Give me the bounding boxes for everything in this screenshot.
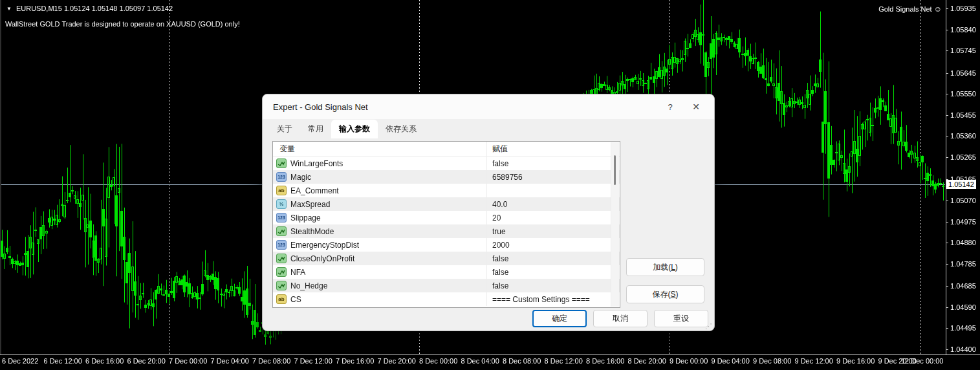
- time-label: 9 Dec 00:00: [670, 357, 708, 365]
- param-type-bool-icon: [276, 281, 287, 290]
- ea-comment-line: WallStreet GOLD Trader is designed to op…: [5, 20, 240, 28]
- price-label: 1.04685: [950, 282, 976, 290]
- param-type-bool-icon: [276, 267, 287, 277]
- param-name-cell: abCS: [273, 292, 486, 306]
- price-label: 1.04880: [950, 239, 976, 246]
- price-label: 1.05550: [950, 90, 976, 98]
- help-button[interactable]: ?: [657, 98, 683, 116]
- price-label: 1.05745: [950, 47, 976, 54]
- price-label: 1.05645: [950, 69, 976, 77]
- chevron-down-icon: ▼: [6, 6, 12, 12]
- load-button[interactable]: 加载(L): [626, 258, 704, 276]
- tab-about[interactable]: 关于: [269, 120, 300, 138]
- ok-button[interactable]: 确定: [532, 310, 587, 327]
- table-row[interactable]: 123Magic6589756: [273, 170, 620, 184]
- param-value[interactable]: 40.0: [486, 197, 620, 211]
- symbol-ohlc-line: ▼EURUSD,M15 1.05124 1.05148 1.05097 1.05…: [6, 5, 173, 12]
- param-value[interactable]: 2000: [486, 238, 620, 252]
- table-row[interactable]: No_Hedgefalse: [273, 279, 620, 292]
- param-name-cell: WinLargeFonts: [273, 157, 486, 170]
- param-value[interactable]: true: [486, 224, 620, 238]
- param-value[interactable]: false: [486, 265, 620, 279]
- param-type-str-icon: ab: [276, 186, 287, 195]
- param-name: StealthMode: [290, 227, 334, 236]
- time-label: 8 Dec 00:00: [419, 357, 457, 365]
- column-header-variable: 变量: [273, 142, 486, 156]
- price-label: 1.04400: [950, 345, 976, 353]
- time-label: 12 Dec 00:00: [901, 357, 943, 365]
- param-name-cell: 123Slippage: [273, 211, 486, 224]
- param-name: WinLargeFonts: [290, 159, 343, 168]
- param-name: EmergencyStopDist: [290, 241, 359, 250]
- param-value[interactable]: 6589756: [486, 170, 620, 184]
- table-row[interactable]: ½MaxSpread40.0: [273, 197, 620, 211]
- table-header-row: 变量 赋值: [273, 142, 620, 157]
- resize-grip[interactable]: ⋰: [705, 323, 712, 330]
- time-label: 7 Dec 16:00: [336, 357, 374, 365]
- param-name: Slippage: [290, 213, 321, 223]
- param-type-bool-icon: [276, 226, 287, 236]
- param-value[interactable]: ==== Custom Settings ====: [486, 292, 620, 306]
- mt4-window: ▼EURUSD,M15 1.05124 1.05148 1.05097 1.05…: [0, 0, 980, 370]
- smiley-icon: ☺: [934, 5, 942, 14]
- price-label: 1.04975: [950, 218, 976, 226]
- time-label: 8 Dec 16:00: [586, 357, 624, 365]
- param-name: EA_Comment: [290, 186, 339, 195]
- param-name-cell: ½MaxSpread: [273, 197, 486, 211]
- vertical-scrollbar[interactable]: [611, 142, 619, 307]
- dialog-titlebar[interactable]: Expert - Gold Signals Net ? ✕: [263, 94, 714, 119]
- expert-properties-dialog: Expert - Gold Signals Net ? ✕ 关于常用输入参数依存…: [262, 94, 715, 331]
- param-value[interactable]: false: [486, 279, 620, 292]
- time-label: 6 Dec 20:00: [127, 357, 166, 365]
- param-value[interactable]: 20: [486, 211, 620, 224]
- time-label: 6 Dec 12:00: [44, 357, 82, 365]
- time-label: 7 Dec 08:00: [252, 357, 290, 365]
- time-label: 8 Dec 12:00: [545, 357, 583, 365]
- close-button[interactable]: ✕: [683, 98, 709, 116]
- time-label: 6 Dec 2022: [2, 357, 38, 365]
- tab-dependencies[interactable]: 依存关系: [378, 120, 424, 138]
- param-type-int-icon: 123: [276, 172, 287, 182]
- table-row[interactable]: NFAfalse: [273, 265, 620, 279]
- table-row[interactable]: 123EmergencyStopDist2000: [273, 238, 620, 252]
- table-row[interactable]: 123Slippage20: [273, 211, 620, 224]
- tab-inputs[interactable]: 输入参数: [331, 120, 378, 138]
- tab-common[interactable]: 常用: [300, 120, 331, 138]
- price-label: 1.04590: [950, 303, 976, 311]
- param-name-cell: abEA_Comment: [273, 184, 486, 197]
- price-label: 1.05360: [950, 132, 976, 140]
- time-label: 9 Dec 16:00: [836, 357, 875, 365]
- price-label: 1.05070: [950, 197, 976, 204]
- inputs-table: 变量 赋值 WinLargeFontsfalse123Magic6589756a…: [272, 141, 620, 308]
- dialog-tabs: 关于常用输入参数依存关系: [269, 120, 424, 138]
- price-label: 1.05840: [950, 26, 976, 34]
- table-row[interactable]: CloseOnlyOnProfitfalse: [273, 252, 620, 265]
- price-label: 1.04785: [950, 260, 976, 268]
- price-label: 1.05455: [950, 111, 976, 119]
- time-label: 8 Dec 08:00: [503, 357, 541, 365]
- table-row[interactable]: abEA_Comment: [273, 184, 620, 197]
- table-row[interactable]: abCS==== Custom Settings ====: [273, 292, 620, 306]
- save-button[interactable]: 保存(S): [626, 285, 704, 303]
- vertical-scrollbar-thumb[interactable]: [614, 155, 616, 185]
- table-row[interactable]: StealthModetrue: [273, 224, 620, 238]
- param-type-int-icon: 123: [276, 240, 287, 250]
- dialog-title: Expert - Gold Signals Net: [273, 102, 657, 112]
- param-name-cell: 123EmergencyStopDist: [273, 238, 486, 252]
- time-label: 7 Dec 04:00: [211, 357, 249, 365]
- cancel-button[interactable]: 取消: [593, 310, 648, 327]
- price-label: 1.04495: [950, 324, 976, 332]
- param-name: No_Hedge: [290, 281, 327, 290]
- current-price-badge: 1.05142: [946, 180, 976, 189]
- param-value[interactable]: [486, 184, 620, 197]
- time-label: 9 Dec 12:00: [795, 357, 833, 365]
- param-type-bool-icon: [276, 158, 287, 168]
- table-row[interactable]: WinLargeFontsfalse: [273, 157, 620, 170]
- param-value[interactable]: false: [486, 252, 620, 265]
- param-name-cell: No_Hedge: [273, 279, 486, 292]
- param-name-cell: 123Magic: [273, 170, 486, 184]
- param-name: NFA: [290, 268, 305, 277]
- reset-button[interactable]: 重设: [654, 310, 708, 327]
- time-label: 8 Dec 04:00: [461, 357, 499, 365]
- param-value[interactable]: false: [486, 157, 620, 170]
